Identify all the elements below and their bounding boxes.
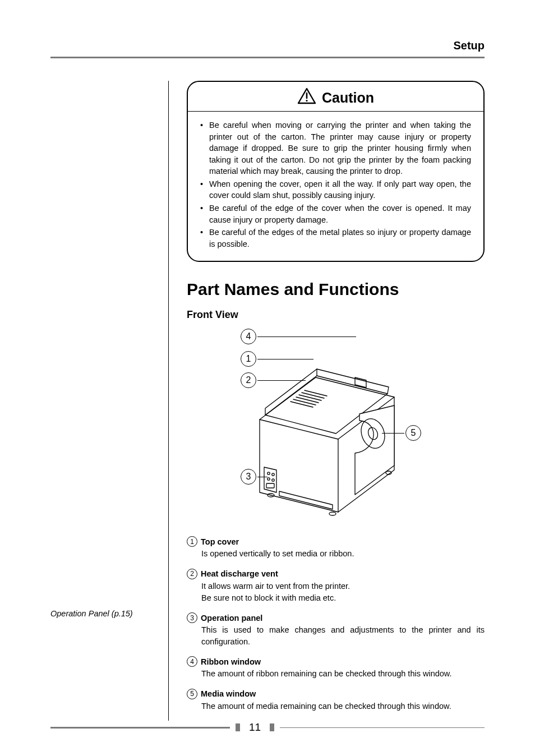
def-title: Operation panel bbox=[201, 614, 262, 623]
warning-triangle-icon bbox=[297, 87, 316, 108]
svg-point-17 bbox=[272, 479, 274, 481]
footer-ornament-icon bbox=[236, 723, 240, 731]
svg-point-15 bbox=[272, 473, 274, 476]
def-title: Heat discharge vent bbox=[201, 569, 278, 578]
leader-line bbox=[257, 359, 313, 359]
svg-point-12 bbox=[329, 512, 336, 515]
def-number-icon: 3 bbox=[187, 612, 197, 623]
callout-2: 2 bbox=[241, 372, 306, 388]
svg-line-8 bbox=[290, 402, 313, 407]
leader-line bbox=[257, 336, 356, 337]
footer-ornament-icon bbox=[270, 723, 274, 731]
def-number-icon: 2 bbox=[187, 569, 197, 579]
def-body: The amount of media remaining can be che… bbox=[187, 700, 485, 712]
def-body: It allows warm air to vent from the prin… bbox=[187, 580, 485, 603]
definition-item: 2 Heat discharge vent It allows warm air… bbox=[187, 569, 485, 603]
def-number-icon: 4 bbox=[187, 656, 197, 667]
callout-number: 2 bbox=[241, 372, 256, 388]
page-number: 11 bbox=[246, 721, 264, 734]
footer-rule-right bbox=[280, 727, 485, 728]
svg-line-7 bbox=[293, 399, 316, 405]
definition-item: 1 Top cover Is opened vertically to set … bbox=[187, 536, 485, 560]
sidenote-column: Operation Panel (p.15) bbox=[50, 81, 168, 721]
def-title: Media window bbox=[201, 689, 256, 698]
callout-number: 4 bbox=[241, 329, 256, 344]
callout-1: 1 bbox=[241, 351, 313, 367]
def-title: Top cover bbox=[201, 537, 239, 546]
caution-box: Caution Be careful when moving or carryi… bbox=[187, 81, 485, 262]
svg-point-2 bbox=[306, 100, 307, 102]
def-body: Is opened vertically to set media or rib… bbox=[187, 548, 485, 560]
caution-title-row: Caution bbox=[188, 82, 483, 112]
printer-line-drawing bbox=[187, 324, 484, 532]
definition-item: 3 Operation panel This is used to make c… bbox=[187, 612, 485, 647]
caution-item: Be careful of the edges of the metal pla… bbox=[200, 227, 471, 250]
svg-point-16 bbox=[268, 478, 270, 480]
caution-item: When opening the cover, open it all the … bbox=[200, 178, 471, 201]
main-column: Caution Be careful when moving or carryi… bbox=[168, 81, 485, 721]
callout-number: 3 bbox=[241, 469, 256, 485]
svg-line-3 bbox=[305, 390, 327, 396]
leader-line bbox=[257, 477, 268, 477]
svg-line-5 bbox=[299, 395, 321, 400]
svg-point-14 bbox=[268, 472, 270, 474]
definition-item: 4 Ribbon window The amount of ribbon rem… bbox=[187, 656, 485, 680]
leader-line bbox=[257, 380, 306, 381]
svg-line-6 bbox=[296, 397, 319, 403]
footer-rule-left bbox=[50, 727, 230, 729]
svg-line-4 bbox=[302, 393, 324, 398]
callout-4: 4 bbox=[241, 329, 356, 344]
main-heading: Part Names and Functions bbox=[187, 280, 485, 299]
callout-number: 1 bbox=[241, 351, 256, 367]
sidenote-operation-panel: Operation Panel (p.15) bbox=[50, 609, 157, 618]
def-body: The amount of ribbon remaining can be ch… bbox=[187, 668, 485, 680]
front-view-diagram: 4 1 2 3 bbox=[187, 324, 485, 532]
page-footer: 11 bbox=[50, 721, 485, 734]
callout-3: 3 bbox=[241, 469, 268, 485]
section-header: Setup bbox=[50, 39, 485, 52]
callout-number: 5 bbox=[405, 425, 421, 441]
header-rule bbox=[50, 57, 485, 58]
definitions-list: 1 Top cover Is opened vertically to set … bbox=[187, 536, 485, 712]
caution-item: Be careful when moving or carrying the p… bbox=[200, 119, 471, 177]
callout-5: 5 bbox=[382, 425, 421, 441]
caution-item: Be careful of the edge of the cover when… bbox=[200, 202, 471, 225]
def-number-icon: 5 bbox=[187, 689, 197, 699]
sub-heading-front-view: Front View bbox=[187, 309, 485, 321]
svg-rect-18 bbox=[266, 483, 274, 488]
def-title: Ribbon window bbox=[201, 657, 261, 666]
leader-line bbox=[382, 433, 404, 434]
def-body: This is used to make changes and adjustm… bbox=[187, 624, 485, 647]
definition-item: 5 Media window The amount of media remai… bbox=[187, 689, 485, 712]
def-number-icon: 1 bbox=[187, 536, 197, 547]
caution-list: Be careful when moving or carrying the p… bbox=[188, 112, 483, 261]
caution-title-text: Caution bbox=[322, 90, 374, 106]
